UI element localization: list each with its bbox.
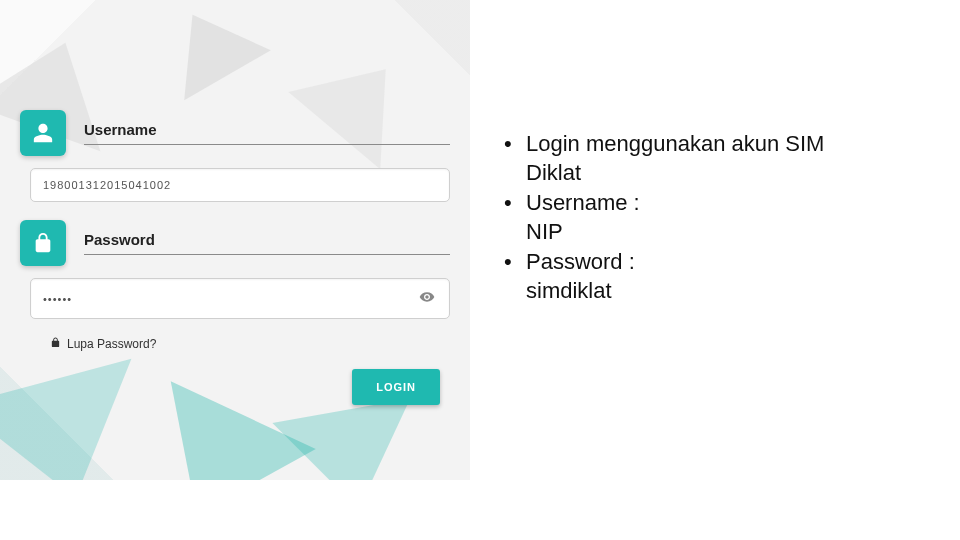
instruction-item-2: Username : NIP <box>504 189 920 246</box>
forgot-password-link[interactable]: Lupa Password? <box>50 337 156 351</box>
user-icon <box>20 110 66 156</box>
lock-small-icon <box>50 337 61 351</box>
username-header: Username <box>20 110 450 156</box>
password-header: Password <box>20 220 450 266</box>
password-input-box[interactable] <box>30 278 450 319</box>
slide: Username Password <box>0 0 960 540</box>
toggle-password-visibility[interactable] <box>417 289 437 308</box>
username-input[interactable] <box>43 179 437 191</box>
instruction-item-3: Password : simdiklat <box>504 248 920 305</box>
lock-icon <box>20 220 66 266</box>
eye-icon <box>419 293 435 308</box>
instruction-item-1: Login menggunakan akun SIM Diklat <box>504 130 920 187</box>
username-label: Username <box>84 121 450 145</box>
password-label: Password <box>84 231 450 255</box>
password-input[interactable] <box>43 293 417 305</box>
instruction-list: Login menggunakan akun SIM Diklat Userna… <box>504 130 920 306</box>
login-form: Username Password <box>20 110 450 405</box>
login-button[interactable]: LOGIN <box>352 369 440 405</box>
login-panel: Username Password <box>0 0 470 480</box>
forgot-password-label: Lupa Password? <box>67 337 156 351</box>
instructions-panel: Login menggunakan akun SIM Diklat Userna… <box>470 0 960 540</box>
username-input-box[interactable] <box>30 168 450 202</box>
